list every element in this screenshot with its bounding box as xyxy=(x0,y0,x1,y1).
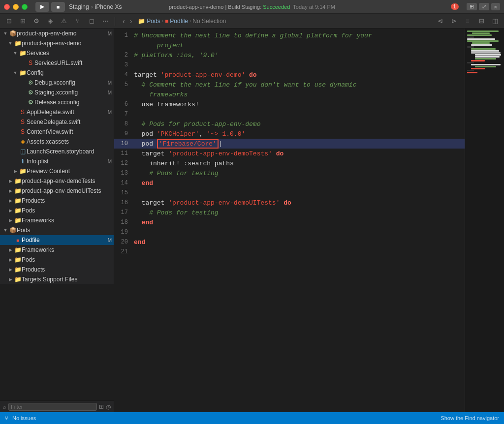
sidebar-item-appdelegate[interactable]: S AppDelegate.swift M xyxy=(0,107,114,117)
sidebar-item-pods-sub[interactable]: ▶ 📁 Pods xyxy=(0,255,114,265)
toolbar-right-5[interactable]: ◫ xyxy=(489,15,501,27)
sidebar-item-frameworks-top[interactable]: ▶ 📁 Frameworks xyxy=(0,215,114,225)
breadcrumb-podfile[interactable]: Podfile xyxy=(170,18,188,25)
code-line-12: 10 pod 'Firebase/Core'| xyxy=(114,139,465,149)
code-editor[interactable]: 1 # Uncomment the next line to define a … xyxy=(114,29,465,412)
folder-icon-services: 📁 xyxy=(19,50,27,57)
statusbar: ⑂ No issues Show the Find navigator xyxy=(0,412,504,424)
debug-icon[interactable]: ⚙ xyxy=(31,15,42,27)
sidebar-item-config[interactable]: ▼ 📁 Config xyxy=(0,68,114,78)
minimap-line-14 xyxy=(475,56,500,58)
filter-input[interactable] xyxy=(8,403,97,411)
sidebar-label-products-top: Products xyxy=(22,197,112,204)
toolbar-right-1[interactable]: ⊲ xyxy=(434,15,446,27)
sidebar-item-staging[interactable]: ⚙ Staging.xcconfig M xyxy=(0,88,114,97)
line-num-10: 8 xyxy=(114,121,134,127)
line-content-7: frameworks xyxy=(134,91,465,98)
sidebar-label-podfile: Podfile xyxy=(22,237,108,243)
filter-bar: ⌕ ⊞ ◷ xyxy=(0,400,114,412)
breakpoints-icon[interactable]: ◈ xyxy=(44,15,56,27)
arrow-pods-project: ▼ xyxy=(2,228,9,233)
sidebar-item-pods-project[interactable]: ▼ 📦 Pods xyxy=(0,225,114,235)
sidebar-item-podfile[interactable]: ■ Podfile M xyxy=(0,235,114,245)
breadcrumb-pods[interactable]: Pods xyxy=(147,18,160,25)
find-navigator-label[interactable]: Show the Find navigator xyxy=(441,415,499,421)
minimap-line-3 xyxy=(467,34,492,36)
sidebar-item-infoplist[interactable]: ℹ Info.plist M xyxy=(0,156,114,166)
sidebar-item-scenedelegate[interactable]: S SceneDelegate.swift xyxy=(0,117,114,127)
toolbar-right-2[interactable]: ⊳ xyxy=(448,15,460,27)
line-num-21: 19 xyxy=(114,229,134,236)
swift-icon-scenedelegate: S xyxy=(19,119,27,125)
breadcrumb: 📁 Pods › ■ Podfile › No Selection xyxy=(138,18,226,25)
toolbar-right-4[interactable]: ⊟ xyxy=(475,15,487,27)
maximize-button[interactable] xyxy=(22,4,28,10)
run-button[interactable]: ▶ xyxy=(35,2,49,12)
bookmark-icon[interactable]: ◻ xyxy=(86,15,97,27)
arrow-tests: ▶ xyxy=(7,179,14,183)
line-content-1: # Uncomment the next line to define a gl… xyxy=(134,32,465,39)
sidebar-item-tests[interactable]: ▶ 📁 product-app-env-demoTests xyxy=(0,176,114,186)
line-content-8: use_frameworks! xyxy=(134,101,465,108)
sidebar-item-pods-top[interactable]: ▶ 📁 Pods xyxy=(0,206,114,215)
filter-recent-icon[interactable]: ◷ xyxy=(106,403,111,410)
nav-forward-button[interactable]: › xyxy=(128,16,134,26)
minimap-line-11 xyxy=(471,50,499,52)
build-status-center: product-app-env-demo | Build Staging: Su… xyxy=(169,4,335,10)
sidebar-item-targets[interactable]: ▶ 📁 Targets Support Files xyxy=(0,274,114,284)
sidebar-item-products-sub[interactable]: ▶ 📁 Products xyxy=(0,265,114,274)
sidebar-item-debug[interactable]: ⚙ Debug.xcconfig M xyxy=(0,78,114,88)
sidebar-item-uitests[interactable]: ▶ 📁 product-app-env-demoUITests xyxy=(0,186,114,196)
line-content-6: # Comment the next line if you don't wan… xyxy=(134,81,465,89)
file-navigator: ▼ 📦 product-app-env-demo M ▼ 📁 product-a… xyxy=(0,29,114,284)
code-line-21: 19 xyxy=(114,227,465,237)
sidebar-item-demo-group[interactable]: ▼ 📁 product-app-env-demo xyxy=(0,38,114,48)
sidebar-item-products-top[interactable]: ▶ 📁 Products xyxy=(0,196,114,206)
sidebar-label-launchscreen: LaunchScreen.storyboard xyxy=(27,148,112,155)
nav-back-button[interactable]: ‹ xyxy=(121,16,127,26)
sidebar-item-services[interactable]: ▼ 📁 Services xyxy=(0,48,114,58)
minimize-button[interactable] xyxy=(13,4,19,10)
breadcrumb-no-selection[interactable]: No Selection xyxy=(192,18,226,25)
sidebar-item-servicesurl[interactable]: S ServicesURL.swift xyxy=(0,58,114,68)
minimap-line-4 xyxy=(467,36,474,38)
sidebar-item-launchscreen[interactable]: ◫ LaunchScreen.storyboard xyxy=(0,147,114,156)
split-view-button[interactable]: ⊞ xyxy=(467,3,477,10)
line-num-23: 21 xyxy=(114,248,134,255)
arrow-pods-top: ▶ xyxy=(7,208,14,213)
line-num-8: 6 xyxy=(114,101,134,108)
code-line-2: project xyxy=(114,40,465,50)
toolbar-right-3[interactable]: ≡ xyxy=(462,15,473,27)
sidebar-item-contentview[interactable]: S ContentView.swift xyxy=(0,127,114,137)
line-num-3: 2 xyxy=(114,52,134,59)
stop-button[interactable]: ■ xyxy=(51,2,65,12)
close-window-button[interactable]: × xyxy=(491,3,500,10)
sidebar-item-root[interactable]: ▼ 📦 product-app-env-demo M xyxy=(0,29,114,38)
line-content-13: target 'product-app-env-demoTests' do xyxy=(134,150,465,157)
close-button[interactable] xyxy=(4,4,10,10)
arrow-config: ▼ xyxy=(12,70,19,75)
source-control-icon[interactable]: ⑂ xyxy=(72,15,84,27)
inspector-icon[interactable]: ⊞ xyxy=(17,15,29,27)
minimap-line-17 xyxy=(467,62,474,63)
sidebar-item-frameworks[interactable]: ▶ 📁 Frameworks xyxy=(0,245,114,255)
sidebar-item-release[interactable]: ⚙ Release.xcconfig xyxy=(0,97,114,107)
full-screen-button[interactable]: ⤢ xyxy=(479,3,489,10)
line-num-18: 16 xyxy=(114,199,134,206)
navigator-icon[interactable]: ⊡ xyxy=(3,15,15,27)
minimap[interactable] xyxy=(465,29,504,412)
sidebar-item-previewcontent[interactable]: ▶ 📁 Preview Content xyxy=(0,166,114,176)
minimap-line-6 xyxy=(467,40,499,42)
more-icon[interactable]: ⋯ xyxy=(99,15,111,27)
sidebar-item-assets[interactable]: ◈ Assets.xcassets xyxy=(0,137,114,147)
line-num-17: 15 xyxy=(114,189,134,196)
notification-badge[interactable]: 1 xyxy=(451,3,459,10)
folder-icon-pods-project: 📦 xyxy=(9,227,17,234)
storyboard-icon: ◫ xyxy=(19,148,27,155)
folder-icon-frameworks-top: 📁 xyxy=(14,217,22,224)
line-content-18: target 'product-app-env-demoUITests' do xyxy=(134,199,465,207)
device-name[interactable]: iPhone Xs xyxy=(95,3,122,10)
filter-options-icon[interactable]: ⊞ xyxy=(99,403,104,410)
scheme-name[interactable]: Staging xyxy=(69,3,89,10)
warnings-icon[interactable]: ⚠ xyxy=(58,15,70,27)
